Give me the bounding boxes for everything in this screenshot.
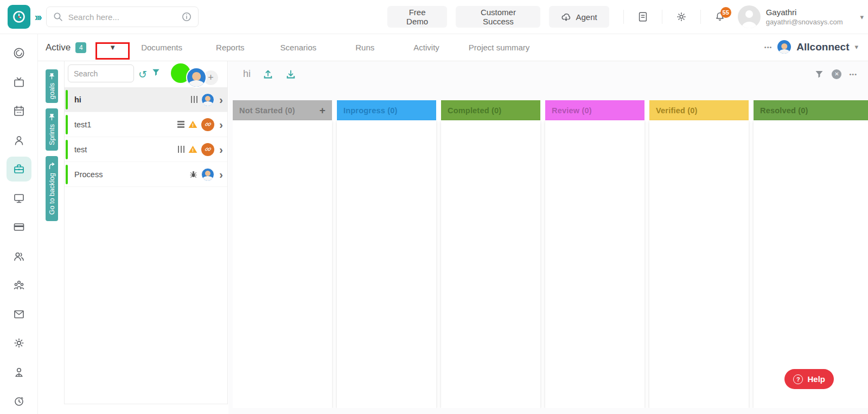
user-menu[interactable]: Gayathri gayathri@snovasys.com ▾ (738, 5, 868, 28)
assignee-avatar[interactable] (186, 67, 207, 88)
reset-icon[interactable]: ↺ (138, 68, 147, 81)
tab-project-summary[interactable]: Project summary (469, 35, 530, 60)
scenario-list-panel: ↺ + hi › test1 ! (64, 61, 228, 404)
info-icon[interactable] (182, 12, 192, 22)
sidebar-item-user[interactable] (12, 133, 26, 147)
customer-success-button[interactable]: Customer Success (456, 6, 540, 28)
nav-tabs: Documents Reports Scenarios Runs Activit… (141, 35, 529, 60)
sidebar-item-tv[interactable] (12, 75, 26, 89)
target-icon (12, 47, 25, 60)
tab-goals-label: goals (48, 83, 56, 99)
sidebar-item-settings[interactable] (12, 336, 26, 350)
tab-sprints[interactable]: Sprints (46, 108, 58, 151)
tab-documents[interactable]: Documents (141, 35, 182, 60)
tab-go-to-backlog-label: Go to backlog (48, 173, 56, 215)
project-avatar[interactable] (777, 40, 791, 54)
column-body[interactable] (649, 120, 749, 408)
row-icons: ! › (178, 143, 223, 156)
menu-icon[interactable] (177, 121, 184, 128)
chevron-right-icon[interactable]: › (219, 119, 223, 130)
tab-goals[interactable]: goals (46, 69, 58, 103)
active-filter[interactable]: Active 4 (46, 42, 86, 53)
column-body[interactable] (754, 120, 868, 408)
tab-runs[interactable]: Runs (355, 35, 374, 60)
free-demo-button[interactable]: Free Demo (387, 6, 448, 28)
add-card-button[interactable]: + (320, 105, 326, 117)
column-title: Verified (0) (656, 106, 698, 115)
columns-icon[interactable] (191, 96, 198, 103)
row-icons: › (189, 168, 223, 181)
settings-button[interactable] (671, 7, 692, 27)
list-item-test[interactable]: test ! › (65, 137, 227, 162)
filter-icon[interactable] (151, 68, 161, 77)
column-body[interactable] (233, 120, 332, 408)
tab-scenarios[interactable]: Scenarios (280, 35, 317, 60)
tab-activity[interactable]: Activity (413, 35, 439, 60)
header-buttons: Free Demo Customer Success Agent (387, 6, 609, 28)
column-body[interactable] (441, 120, 540, 408)
app-logo-clock-icon[interactable] (8, 5, 30, 29)
divider (662, 10, 662, 24)
bug-icon[interactable] (189, 170, 197, 178)
column-body[interactable] (545, 120, 644, 408)
project-more-icon[interactable]: ••• (764, 44, 773, 50)
warning-icon[interactable]: ! (188, 120, 197, 128)
gear-icon (675, 11, 687, 23)
header-icon-group: 55 (619, 7, 730, 27)
sidebar-item-monitor[interactable] (12, 191, 26, 205)
sidebar-item-teams[interactable] (12, 278, 26, 292)
tab-go-to-backlog[interactable]: Go to backlog (46, 156, 58, 221)
warning-icon[interactable]: ! (188, 145, 197, 153)
column-body[interactable] (337, 120, 436, 408)
link-badge[interactable] (201, 143, 214, 156)
help-button[interactable]: ? Help (784, 369, 834, 389)
upload-icon[interactable] (263, 69, 273, 79)
global-search-input[interactable] (68, 12, 176, 22)
tab-sprints-label: Sprints (48, 124, 56, 145)
list-item-label: test (74, 145, 178, 154)
sidebar-item-account[interactable] (12, 365, 26, 379)
project-dropdown-icon[interactable]: ▾ (854, 43, 858, 51)
tab-reports[interactable]: Reports (216, 35, 245, 60)
chevron-right-icon[interactable]: › (219, 144, 223, 155)
active-label: Active (46, 42, 71, 53)
sidebar-item-calendar[interactable] (12, 104, 26, 118)
help-button-label: Help (807, 374, 825, 384)
notifications-button[interactable]: 55 (710, 7, 730, 27)
column-header: Completed (0) (441, 100, 540, 120)
kanban-column-resolved: Resolved (0) (754, 100, 868, 408)
list-item-label: Process (74, 170, 189, 179)
active-dropdown-icon[interactable]: ▼ (109, 43, 116, 51)
panel-search-input[interactable] (68, 64, 134, 82)
sidebar-item-time[interactable] (12, 394, 26, 408)
document-button[interactable] (633, 7, 653, 27)
document-icon (637, 11, 649, 23)
sidebar-item-target[interactable] (12, 46, 26, 60)
project-name[interactable]: Allconnect (796, 41, 849, 53)
sidebar-item-users[interactable] (12, 249, 26, 263)
agent-button[interactable]: Agent (549, 6, 609, 28)
chevron-right-icon[interactable]: › (219, 169, 223, 180)
link-badge[interactable] (201, 118, 214, 131)
chevron-right-icon[interactable]: › (219, 94, 223, 105)
download-icon[interactable] (285, 69, 296, 79)
list-item-hi[interactable]: hi › (65, 87, 227, 112)
chevron-down-icon[interactable]: ▾ (860, 13, 864, 21)
agent-button-label: Agent (576, 12, 597, 22)
list-item-test1[interactable]: test1 ! › (65, 112, 227, 137)
sidebar-item-projects[interactable] (7, 157, 31, 182)
board-more-icon[interactable]: ••• (849, 71, 857, 77)
filter-icon[interactable] (814, 69, 824, 79)
kanban-column-completed: Completed (0) (441, 100, 540, 408)
column-title: Review (0) (552, 106, 592, 115)
top-header: ››› Free Demo Customer Success Agent (0, 0, 868, 34)
list-item-process[interactable]: Process › (65, 162, 227, 187)
columns-icon[interactable] (178, 146, 185, 153)
clear-filter-icon[interactable]: ✕ (832, 69, 841, 79)
expand-sidebar-icon[interactable]: ››› (35, 11, 41, 23)
user-avatar (738, 5, 761, 28)
sidebar-item-billing[interactable] (12, 220, 26, 234)
avatar[interactable] (201, 168, 214, 181)
avatar[interactable] (201, 93, 214, 106)
sidebar-item-mail[interactable] (12, 307, 26, 321)
